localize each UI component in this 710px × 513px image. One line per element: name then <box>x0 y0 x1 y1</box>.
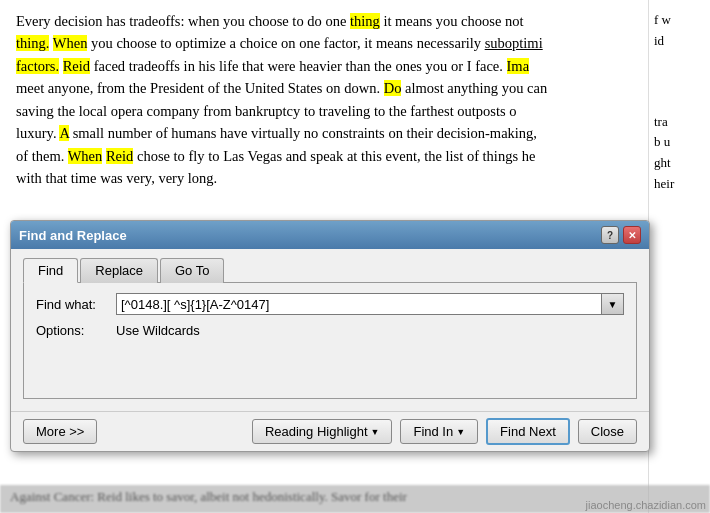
right-strip-text: f w id tra b u ght heir <box>654 10 705 195</box>
form-area: Find what: ▼ Options: Use Wildcards <box>23 283 637 399</box>
find-input-dropdown[interactable]: ▼ <box>602 293 624 315</box>
find-next-button[interactable]: Find Next <box>486 418 570 445</box>
more-button[interactable]: More >> <box>23 419 97 444</box>
close-label: Close <box>591 424 624 439</box>
dialog-title: Find and Replace <box>19 228 127 243</box>
doc-line-4: meet anyone, from the President of the U… <box>16 77 694 99</box>
highlight-5: Reid <box>63 58 90 74</box>
highlight-6: Ima <box>507 58 530 74</box>
right-line-6: heir <box>654 174 705 195</box>
doc-right-strip: f w id tra b u ght heir <box>648 0 710 513</box>
find-what-row: Find what: ▼ <box>36 293 624 315</box>
highlight-4: factors. <box>16 58 59 74</box>
find-in-arrow: ▼ <box>456 427 465 437</box>
find-replace-dialog: Find and Replace ? ✕ Find Replace Go To <box>10 220 650 452</box>
highlight-9: When <box>68 148 103 164</box>
doc-line-1: Every decision has tradeoffs: when you c… <box>16 10 694 32</box>
doc-line-7: of them. When Reid chose to fly to Las V… <box>16 145 694 167</box>
find-input-wrap: ▼ <box>116 293 624 315</box>
close-button[interactable]: Close <box>578 419 637 444</box>
doc-line-5: saving the local opera company from bank… <box>16 100 694 122</box>
dialog-titlebar: Find and Replace ? ✕ <box>11 221 649 249</box>
titlebar-controls: ? ✕ <box>601 226 641 244</box>
tab-goto[interactable]: Go To <box>160 258 224 283</box>
form-spacer <box>36 342 624 382</box>
find-in-label: Find In <box>413 424 453 439</box>
close-icon: ✕ <box>628 230 636 241</box>
highlight-8: A <box>59 125 69 141</box>
button-row: More >> Reading Highlight ▼ Find In ▼ Fi… <box>11 411 649 451</box>
bottom-text: Against Cancer: Reid likes to savor, alb… <box>10 489 407 504</box>
highlight-2: thing. <box>16 35 49 51</box>
more-label: More >> <box>36 424 84 439</box>
find-what-input[interactable] <box>116 293 602 315</box>
doc-line-3: factors. Reid faced tradeoffs in his lif… <box>16 55 694 77</box>
find-in-button[interactable]: Find In ▼ <box>400 419 478 444</box>
right-line-2: id <box>654 31 705 52</box>
document-text: Every decision has tradeoffs: when you c… <box>16 10 694 190</box>
tab-find-label: Find <box>38 263 63 278</box>
right-line-1: f w <box>654 10 705 31</box>
reading-highlight-label: Reading Highlight <box>265 424 368 439</box>
reading-highlight-arrow: ▼ <box>371 427 380 437</box>
right-line-3: tra <box>654 112 705 133</box>
highlight-10: Reid <box>106 148 133 164</box>
help-button[interactable]: ? <box>601 226 619 244</box>
doc-line-8: with that time was very, very long. <box>16 167 694 189</box>
help-icon: ? <box>607 230 613 241</box>
highlight-3: When <box>53 35 88 51</box>
tab-replace[interactable]: Replace <box>80 258 158 283</box>
reading-highlight-button[interactable]: Reading Highlight ▼ <box>252 419 393 444</box>
find-what-label: Find what: <box>36 297 116 312</box>
tab-replace-label: Replace <box>95 263 143 278</box>
highlight-7: Do <box>384 80 402 96</box>
dialog-close-button[interactable]: ✕ <box>623 226 641 244</box>
highlight-1: thing <box>350 13 380 29</box>
options-label: Options: <box>36 323 116 338</box>
right-line-5: ght <box>654 153 705 174</box>
tab-goto-label: Go To <box>175 263 209 278</box>
doc-line-2: thing. When you choose to optimize a cho… <box>16 32 694 54</box>
tabs-row: Find Replace Go To <box>23 257 637 283</box>
watermark: jiaocheng.chazidian.com <box>586 499 706 511</box>
right-line-4: b u <box>654 132 705 153</box>
options-row: Options: Use Wildcards <box>36 323 624 338</box>
find-next-label: Find Next <box>500 424 556 439</box>
tab-find[interactable]: Find <box>23 258 78 283</box>
options-value: Use Wildcards <box>116 323 200 338</box>
dialog-content: Find Replace Go To Find what: ▼ Options: <box>11 249 649 411</box>
titlebar-left: Find and Replace <box>19 228 127 243</box>
doc-line-6: luxury. A small number of humans have vi… <box>16 122 694 144</box>
